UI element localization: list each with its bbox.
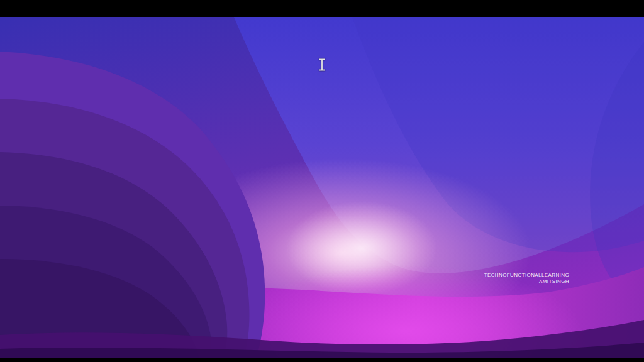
wallpaper-watermark: TECHNOFUNCTIONALLEARNING AMITSINGH <box>484 272 569 285</box>
watermark-line-2: AMITSINGH <box>484 278 569 285</box>
watermark-line-1: TECHNOFUNCTIONALLEARNING <box>484 272 569 278</box>
desktop-wallpaper[interactable]: TECHNOFUNCTIONALLEARNING AMITSINGH <box>0 17 644 358</box>
ibeam-cursor-icon <box>318 58 326 71</box>
bottom-letterbox <box>0 358 644 362</box>
terminal-line-2 <box>0 8 644 16</box>
terminal-window[interactable]: (venv) (base) technofunctionallearning@A… <box>0 0 644 17</box>
screen: (venv) (base) technofunctionallearning@A… <box>0 0 644 362</box>
terminal-line-1: (venv) (base) technofunctionallearning@A… <box>0 0 644 8</box>
